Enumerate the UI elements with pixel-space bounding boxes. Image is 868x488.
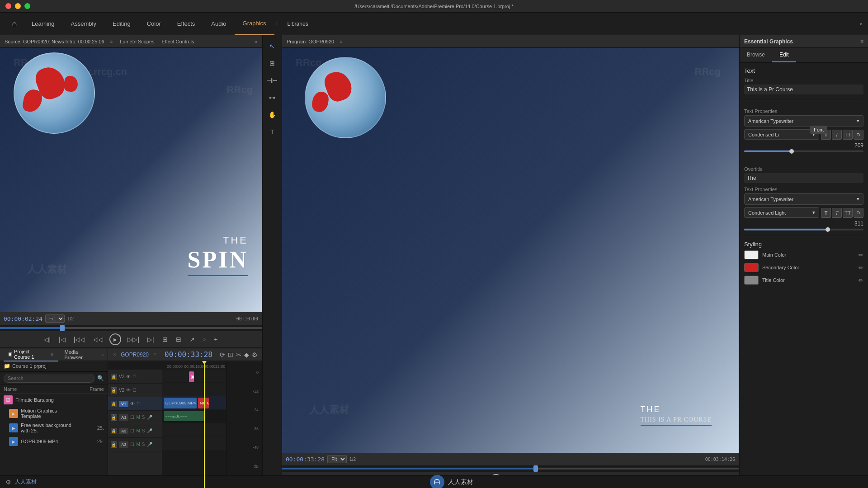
mic-a2-icon[interactable]: 🎤 <box>147 428 152 433</box>
source-fit-select[interactable]: Fit <box>45 314 65 323</box>
selection-tool[interactable]: ↖ <box>265 39 279 53</box>
italic-btn-1[interactable]: T <box>832 130 842 140</box>
clip-a1[interactable]: ~~~audio~~~ <box>164 411 205 421</box>
secondary-color-eyedropper-icon[interactable]: ✏ <box>859 264 863 271</box>
cam-v3-icon[interactable]: ☐ <box>132 374 137 379</box>
home-button[interactable]: ⌂ <box>5 19 24 28</box>
lock-v3-icon[interactable]: 🔒 <box>111 374 117 380</box>
m-btn-a2[interactable]: M <box>136 428 140 433</box>
program-scrubber[interactable] <box>282 465 739 472</box>
main-color-eyedropper-icon[interactable]: ✏ <box>859 252 863 258</box>
overwrite-btn[interactable]: ⊟ <box>174 335 183 344</box>
italic-btn-2[interactable]: T <box>832 208 842 218</box>
list-item[interactable]: 🖼 Filmatic Bars.png <box>0 394 108 406</box>
status-icon[interactable]: ⚙ <box>5 479 11 486</box>
lumetri-scopes-tab[interactable]: Lumetri Scopes <box>120 39 154 44</box>
smallcaps-btn-1[interactable]: Tr <box>854 130 863 140</box>
program-timecode[interactable]: 00:00:33:28 <box>286 456 325 463</box>
timeline-timecode[interactable]: 00:00:33:28 <box>165 350 212 359</box>
nav-color[interactable]: Color <box>139 13 169 35</box>
source-scrubber[interactable] <box>0 325 262 331</box>
close-button[interactable] <box>5 3 11 9</box>
program-menu-icon[interactable]: ≡ <box>340 39 342 44</box>
effect-controls-tab[interactable]: Effect Controls <box>162 39 194 44</box>
list-item[interactable]: ▶ Motion Graphics Template <box>0 406 108 421</box>
s-btn-a2[interactable]: S <box>142 428 145 433</box>
nav-assembly[interactable]: Assembly <box>63 13 104 35</box>
nav-effects[interactable]: Effects <box>169 13 203 35</box>
nav-libraries[interactable]: Libraries <box>279 13 316 35</box>
allcaps-btn-1[interactable]: TT <box>843 130 853 140</box>
lock-a2-icon[interactable]: 🔒 <box>111 428 117 434</box>
source-timecode[interactable]: 00:00:02:24 <box>4 315 42 322</box>
title-value[interactable]: This is a Pr Course <box>744 84 863 94</box>
source-menu-icon[interactable]: ≡ <box>110 39 113 44</box>
search-icon[interactable]: 🔍 <box>97 375 104 381</box>
title-color-eyedropper-icon[interactable]: ✏ <box>859 277 863 284</box>
nav-graphics[interactable]: Graphics <box>235 13 274 35</box>
font-style-dropdown-2[interactable]: Condensed Light ▾ <box>744 207 819 218</box>
font-dropdown-1[interactable]: American Typewriter ▾ <box>744 115 863 127</box>
eye-v2-icon[interactable]: 👁 <box>126 388 131 393</box>
mark-in-btn[interactable]: ◁| <box>42 335 52 344</box>
allcaps-btn-2[interactable]: TT <box>843 208 853 218</box>
export-btn[interactable]: ↗ <box>188 335 197 344</box>
maximize-button[interactable] <box>24 3 30 9</box>
secondary-color-swatch[interactable] <box>744 263 759 272</box>
mic-a1-icon[interactable]: 🎤 <box>147 415 152 420</box>
s-btn-a1[interactable]: S <box>142 415 145 420</box>
m-btn-a1[interactable]: M <box>136 415 140 420</box>
eye-a2-icon[interactable]: ☐ <box>130 428 134 433</box>
razor-tool[interactable]: ⊶ <box>265 90 279 105</box>
insert-btn[interactable]: ⊞ <box>160 335 170 344</box>
list-item[interactable]: ▶ Free news background with 25. 25. <box>0 421 108 435</box>
program-fit-select[interactable]: Fit <box>327 455 347 463</box>
clip-v3-pink[interactable]: ▣ <box>189 371 194 382</box>
clip-v1-news[interactable]: News Intr <box>198 398 204 408</box>
nav-learning[interactable]: Learning <box>24 13 63 35</box>
overtitle-value[interactable]: The <box>744 173 863 183</box>
snap-icon[interactable]: ⊡ <box>228 351 233 358</box>
lock-a3-icon[interactable]: 🔒 <box>111 441 117 448</box>
lock-a1-icon[interactable]: 🔒 <box>111 414 117 421</box>
nav-expand-icon[interactable]: » <box>859 21 863 27</box>
eye-a1-icon[interactable]: ☐ <box>130 415 134 420</box>
main-color-swatch[interactable] <box>744 250 759 259</box>
timeline-tracks-right[interactable]: 00:00:00 00:00:16:00 00:00:32:00 ▣ <box>162 361 226 488</box>
project-tab[interactable]: ▣ Project: Course 1 ≡ <box>4 348 58 361</box>
lock-v1-icon[interactable]: 🔒 <box>111 401 117 407</box>
razor-icon[interactable]: ✂ <box>236 351 241 358</box>
settings-tl-icon[interactable]: ⚙ <box>252 351 258 358</box>
track-select-tool[interactable]: ⊞ <box>265 56 279 70</box>
next-edit-btn[interactable]: ▷| <box>146 335 156 344</box>
lock-v2-icon[interactable]: 🔒 <box>111 387 117 394</box>
m-btn-a3[interactable]: M <box>136 442 140 447</box>
eye-v1-icon[interactable]: 👁 <box>130 401 135 406</box>
timeline-menu-icon[interactable]: ≡ <box>153 352 156 358</box>
timeline-playhead[interactable] <box>204 361 205 488</box>
source-expand-icon[interactable]: » <box>255 39 257 44</box>
nav-audio[interactable]: Audio <box>203 13 234 35</box>
eg-edit-tab[interactable]: Edit <box>772 48 796 62</box>
rewind-btn[interactable]: ◁◁ <box>91 335 105 344</box>
font-size-slider-2[interactable] <box>744 229 863 230</box>
eg-menu-icon[interactable]: ≡ <box>860 38 863 45</box>
font-size-slider-1[interactable] <box>744 150 863 152</box>
clip-v1-gopr[interactable]: GOPR <box>205 398 208 408</box>
minimize-button[interactable] <box>15 3 21 9</box>
clip-v1-main[interactable]: GOPR0909.MP4 [V] <box>164 398 197 408</box>
smallcaps-btn-2[interactable]: Tr <box>854 208 863 218</box>
window-controls[interactable] <box>5 3 30 9</box>
timeline-tab-label[interactable]: GOPR0920 <box>121 352 149 358</box>
title-color-swatch[interactable] <box>744 276 759 285</box>
eye-a3-icon[interactable]: ☐ <box>130 442 134 447</box>
step-fwd-btn[interactable]: ▷▷| <box>126 335 141 344</box>
list-item[interactable]: ▶ GOPR0909.MP4 29. <box>0 435 108 448</box>
timeline-close-icon[interactable]: ✕ <box>113 352 117 358</box>
project-expand-icon[interactable]: » <box>101 352 104 358</box>
eye-v3-icon[interactable]: 👁 <box>126 374 131 379</box>
prev-frame-btn[interactable]: |◁◁ <box>72 335 87 344</box>
add-clip-btn[interactable]: + <box>212 335 219 344</box>
search-input[interactable] <box>4 374 94 383</box>
media-browser-tab[interactable]: Media Browser <box>60 348 99 361</box>
